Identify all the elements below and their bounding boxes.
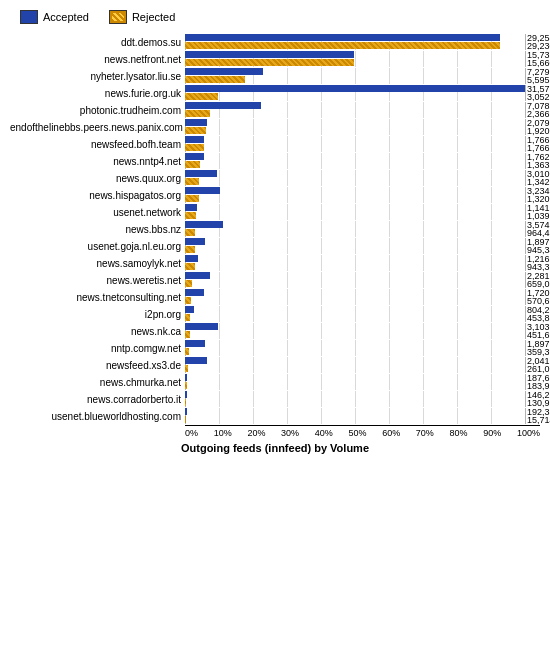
x-label-50: 50% — [348, 428, 366, 438]
value-labels: 2,281,917659,032 — [527, 272, 550, 288]
bar-row: usenet.goja.nl.eu.org1,897,822945,343 — [10, 238, 540, 254]
bar-rejected — [185, 59, 354, 66]
rejected-value: 943,372 — [527, 263, 550, 271]
bar-label: news.tnetconsulting.net — [10, 292, 185, 303]
bar-rejected — [185, 110, 210, 117]
bar-accepted — [185, 119, 207, 126]
bar-rejected — [185, 314, 190, 321]
bars-wrap — [185, 408, 525, 424]
bars-wrap — [185, 119, 525, 135]
value-labels: 1,762,0331,363,565 — [527, 153, 550, 169]
bar-label: i2pn.org — [10, 309, 185, 320]
bar-label: news.nntp4.net — [10, 156, 185, 167]
bar-row: news.nntp4.net1,762,0331,363,565 — [10, 153, 540, 169]
bar-label: news.corradorberto.it — [10, 394, 185, 405]
value-labels: 3,574,806964,466 — [527, 221, 550, 237]
bar-rejected — [185, 161, 200, 168]
legend-accepted-label: Accepted — [43, 11, 89, 23]
value-labels: 1,897,822945,343 — [527, 238, 550, 254]
rejected-value: 2,366,214 — [527, 110, 550, 118]
bar-accepted — [185, 204, 197, 211]
bar-accepted — [185, 340, 205, 347]
bars-wrap — [185, 85, 525, 101]
value-labels: 1,141,9641,039,260 — [527, 204, 550, 220]
bar-row: endofthelinebbs.peers.news.panix.com2,07… — [10, 119, 540, 135]
bar-accepted — [185, 306, 194, 313]
bar-row: usenet.network1,141,9641,039,260 — [10, 204, 540, 220]
rejected-value: 570,671 — [527, 297, 550, 305]
bar-row: nyheter.lysator.liu.se7,279,2115,595,541 — [10, 68, 540, 84]
rejected-value: 453,885 — [527, 314, 550, 322]
bars-wrap — [185, 204, 525, 220]
bar-row: news.furie.org.uk31,576,7573,052,366 — [10, 85, 540, 101]
x-label-10: 10% — [214, 428, 232, 438]
bar-row: photonic.trudheim.com7,078,9702,366,214 — [10, 102, 540, 118]
bar-label: usenet.blueworldhosting.com — [10, 411, 185, 422]
bar-accepted — [185, 255, 198, 262]
bars-wrap — [185, 153, 525, 169]
value-labels: 804,270453,885 — [527, 306, 550, 322]
value-labels: 2,041,189261,075 — [527, 357, 550, 373]
rejected-value: 130,916 — [527, 399, 550, 407]
bar-row: news.tnetconsulting.net1,720,712570,671 — [10, 289, 540, 305]
bar-row: ddt.demos.su29,258,75729,230,943 — [10, 34, 540, 50]
bar-label: usenet.network — [10, 207, 185, 218]
rejected-value: 1,766,580 — [527, 144, 550, 152]
bar-label: news.chmurka.net — [10, 377, 185, 388]
bar-accepted — [185, 357, 207, 364]
bars-wrap — [185, 68, 525, 84]
bar-rejected — [185, 178, 199, 185]
bar-rejected — [185, 382, 187, 389]
bar-label: news.quux.org — [10, 173, 185, 184]
value-labels: 15,737,25015,660,518 — [527, 51, 550, 67]
x-label-100: 100% — [517, 428, 540, 438]
bar-rejected — [185, 263, 195, 270]
bar-rejected — [185, 280, 192, 287]
bars-wrap — [185, 272, 525, 288]
x-label-90: 90% — [483, 428, 501, 438]
bar-rejected — [185, 297, 191, 304]
bars-wrap — [185, 102, 525, 118]
value-labels: 1,720,712570,671 — [527, 289, 550, 305]
bar-accepted — [185, 170, 217, 177]
bars-wrap — [185, 289, 525, 305]
bar-label: news.hispagatos.org — [10, 190, 185, 201]
bars-wrap — [185, 340, 525, 356]
bar-label: news.furie.org.uk — [10, 88, 185, 99]
bar-rejected — [185, 127, 206, 134]
bar-accepted — [185, 238, 205, 245]
value-labels: 3,010,4791,342,368 — [527, 170, 550, 186]
x-label-80: 80% — [450, 428, 468, 438]
value-labels: 31,576,7573,052,366 — [527, 85, 550, 101]
rejected-value: 451,696 — [527, 331, 550, 339]
bars-wrap — [185, 323, 525, 339]
legend-rejected-box — [109, 10, 127, 24]
value-labels: 146,266130,916 — [527, 391, 550, 407]
value-labels: 187,665183,926 — [527, 374, 550, 390]
bar-label: ddt.demos.su — [10, 37, 185, 48]
bar-label: news.bbs.nz — [10, 224, 185, 235]
rejected-value: 29,230,943 — [527, 42, 550, 50]
bar-rejected — [185, 348, 189, 355]
bar-accepted — [185, 102, 261, 109]
bar-row: news.corradorberto.it146,266130,916 — [10, 391, 540, 407]
rejected-value: 945,343 — [527, 246, 550, 254]
rejected-value: 1,039,260 — [527, 212, 550, 220]
bar-label: usenet.goja.nl.eu.org — [10, 241, 185, 252]
bar-rejected — [185, 246, 195, 253]
x-label-40: 40% — [315, 428, 333, 438]
chart-title: Outgoing feeds (innfeed) by Volume — [10, 442, 540, 454]
bars-wrap — [185, 374, 525, 390]
bar-accepted — [185, 221, 223, 228]
bars-wrap — [185, 221, 525, 237]
bar-rejected — [185, 399, 186, 406]
legend-accepted: Accepted — [20, 10, 89, 24]
bar-row: news.hispagatos.org3,234,7831,320,995 — [10, 187, 540, 203]
bars-wrap — [185, 238, 525, 254]
bar-row: news.bbs.nz3,574,806964,466 — [10, 221, 540, 237]
bar-label: news.weretis.net — [10, 275, 185, 286]
value-labels: 2,079,6511,920,652 — [527, 119, 550, 135]
bar-label: news.netfront.net — [10, 54, 185, 65]
bar-accepted — [185, 68, 263, 75]
x-label-20: 20% — [247, 428, 265, 438]
